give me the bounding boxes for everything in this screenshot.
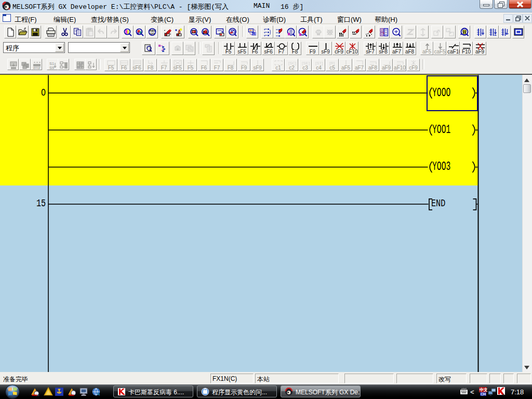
svg-text:S9: S9 xyxy=(49,65,54,70)
svg-text:O: O xyxy=(41,86,46,98)
svg-text:END: END xyxy=(431,197,445,209)
svg-text:YOO1: YOO1 xyxy=(432,123,450,137)
svg-text:中文: 中文 xyxy=(480,388,487,392)
svg-text:YOO3: YOO3 xyxy=(432,160,450,174)
svg-text:CH: CH xyxy=(481,392,486,396)
svg-text:15: 15 xyxy=(36,197,46,209)
svg-text:error: error xyxy=(33,66,41,70)
svg-text:LD: LD xyxy=(252,32,257,35)
